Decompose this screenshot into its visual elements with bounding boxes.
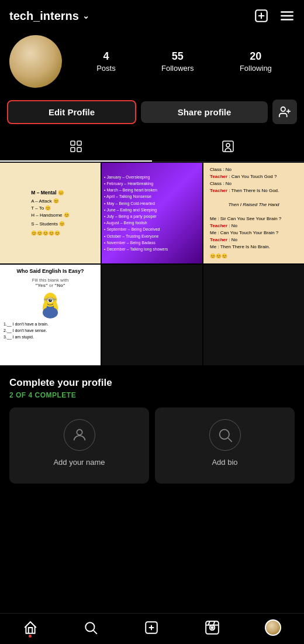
person-icon-circle	[64, 419, 95, 451]
bio-icon-circle	[209, 419, 241, 451]
svg-line-30	[94, 631, 97, 634]
svg-rect-10	[77, 141, 81, 145]
svg-point-27	[219, 430, 229, 439]
photo-grid-row1: M – Mental 😊 A – Attack 😊 T – To 😊 H – H…	[0, 163, 304, 263]
grid-post-4[interactable]: Who Said English Is Easy? Fill this blan…	[0, 265, 101, 365]
svg-rect-13	[223, 141, 233, 152]
complete-profile-title: Complete your profile	[9, 377, 295, 389]
tab-bar	[0, 132, 304, 162]
followers-label: Followers	[161, 64, 194, 73]
search-nav-item[interactable]	[83, 620, 98, 635]
add-bio-card[interactable]: Add bio	[155, 407, 295, 484]
complete-profile-cards: Add your name Add bio	[9, 407, 295, 484]
add-name-card[interactable]: Add your name	[9, 407, 149, 484]
header: tech_interns ⌄	[0, 0, 304, 29]
grid-post-3[interactable]: Class : No Teacher : Can You Touch God ?…	[203, 163, 304, 263]
grid-post-2[interactable]: • January – Oversleeping • February – He…	[102, 163, 202, 263]
username-text: tech_interns	[9, 9, 79, 23]
add-content-button[interactable]	[254, 8, 269, 23]
photo-grid-row2: Who Said English Is Easy? Fill this blan…	[0, 265, 304, 365]
svg-line-28	[228, 438, 232, 441]
reels-nav-item[interactable]	[205, 620, 220, 635]
grid-tab[interactable]	[0, 132, 152, 162]
profile-section: 4 Posts 55 Followers 20 Following	[0, 29, 304, 97]
grid-post-6[interactable]	[203, 265, 304, 365]
grid-post-1[interactable]: M – Mental 😊 A – Attack 😊 T – To 😊 H – H…	[0, 163, 101, 263]
followers-stat[interactable]: 55 Followers	[161, 50, 194, 73]
following-count: 20	[250, 50, 261, 63]
avatar[interactable]	[9, 35, 62, 88]
svg-point-14	[226, 143, 230, 147]
svg-point-6	[281, 107, 285, 111]
complete-profile-section: Complete your profile 2 OF 4 COMPLETE Ad…	[0, 365, 304, 489]
stats-row: 4 Posts 55 Followers 20 Following	[74, 50, 295, 73]
share-profile-button[interactable]: Share profile	[141, 101, 268, 123]
action-buttons: Edit Profile Share profile	[0, 97, 304, 132]
add-name-label: Add your name	[53, 458, 105, 467]
svg-rect-9	[71, 141, 75, 145]
complete-profile-progress: 2 OF 4 COMPLETE	[9, 391, 295, 399]
add-bio-label: Add bio	[212, 458, 237, 467]
following-label: Following	[240, 64, 272, 73]
tagged-tab[interactable]	[152, 132, 304, 162]
svg-rect-25	[44, 299, 57, 300]
svg-point-26	[77, 430, 82, 435]
chevron-down-icon[interactable]: ⌄	[82, 11, 89, 20]
svg-point-29	[86, 622, 95, 631]
profile-nav-avatar	[265, 619, 281, 636]
bottom-nav	[0, 613, 304, 644]
posts-stat[interactable]: 4 Posts	[96, 50, 116, 73]
grid-post-5[interactable]	[102, 265, 202, 365]
svg-rect-12	[77, 148, 81, 152]
username-area[interactable]: tech_interns ⌄	[9, 9, 89, 23]
profile-nav-item[interactable]	[265, 619, 281, 636]
posts-count: 4	[103, 50, 109, 63]
following-stat[interactable]: 20 Following	[240, 50, 272, 73]
home-nav-dot	[29, 635, 32, 638]
svg-rect-11	[71, 148, 75, 152]
followers-count: 55	[172, 50, 184, 63]
menu-button[interactable]	[279, 8, 295, 23]
add-person-button[interactable]	[272, 100, 297, 124]
edit-profile-button[interactable]: Edit Profile	[7, 100, 136, 124]
home-nav-item[interactable]	[23, 620, 38, 635]
add-nav-item[interactable]	[144, 620, 159, 635]
posts-label: Posts	[96, 64, 116, 73]
svg-point-36	[211, 626, 213, 628]
header-actions	[254, 8, 295, 23]
